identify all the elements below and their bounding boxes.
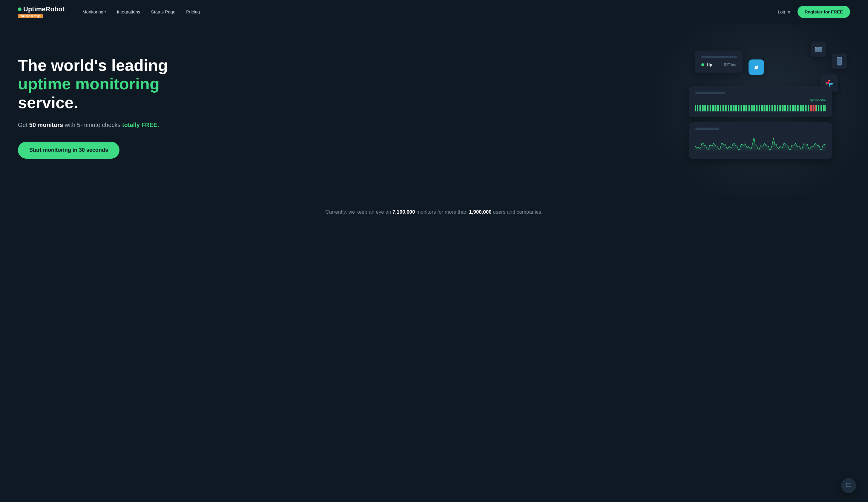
svg-rect-2: [838, 64, 840, 64]
mockup-container: Up 527 hrs Operational: [689, 51, 844, 164]
nav-pricing[interactable]: Pricing: [186, 9, 200, 14]
nav-right: Log In Register for FREE: [778, 6, 850, 18]
phone-notification-icon: [831, 53, 847, 69]
card-bar-2: [695, 92, 725, 94]
svg-rect-9: [829, 80, 830, 81]
login-button[interactable]: Log In: [778, 9, 790, 14]
status-dot-green: [701, 63, 704, 66]
nav-status-page[interactable]: Status Page: [151, 9, 176, 14]
telegram-icon: [748, 60, 764, 75]
stats-bar: Currently, we keep an eye on 7,100,000 m…: [0, 197, 868, 227]
chat-icon: [845, 482, 852, 489]
chevron-down-icon: ▾: [105, 10, 106, 13]
card-bar-3: [695, 127, 719, 130]
logo-dot: [18, 8, 21, 11]
card-bar: [701, 56, 737, 58]
logo[interactable]: UptimeRobot We are hiring!: [18, 6, 64, 18]
logo-wordmark: UptimeRobot: [23, 6, 64, 13]
monitor-card-status: Up 527 hrs: [695, 51, 743, 73]
hero-section: The world's leading uptime monitoring se…: [0, 24, 868, 197]
svg-rect-3: [838, 58, 841, 58]
navbar: UptimeRobot We are hiring! Monitoring ▾ …: [0, 0, 868, 24]
email-notification-icon: [811, 42, 826, 57]
cta-button[interactable]: Start monitoring in 30 seconds: [18, 142, 120, 159]
register-button[interactable]: Register for FREE: [797, 6, 850, 18]
svg-rect-11: [847, 485, 848, 485]
nav-integrations[interactable]: Integrations: [117, 9, 140, 14]
hero-subtitle: Get 50 monitors with 5-minute checks tot…: [18, 120, 197, 130]
monitor-card-response: [689, 122, 832, 159]
svg-rect-8: [829, 83, 833, 84]
nav-monitoring[interactable]: Monitoring ▾: [82, 9, 106, 14]
chat-widget[interactable]: [841, 478, 856, 493]
hiring-badge: We are hiring!: [18, 14, 43, 18]
nav-links: Monitoring ▾ Integrations Status Page Pr…: [82, 9, 766, 14]
svg-rect-12: [848, 485, 849, 485]
uptime-bars: [695, 105, 826, 111]
response-chart: [695, 134, 826, 152]
hero-right: Up 527 hrs Operational: [197, 51, 850, 164]
hero-left: The world's leading uptime monitoring se…: [18, 56, 197, 158]
svg-rect-10: [826, 83, 827, 84]
monitor-card-uptime: Operational: [689, 86, 832, 117]
status-row: Up 527 hrs: [701, 62, 736, 67]
hero-title: The world's leading uptime monitoring se…: [18, 56, 197, 111]
